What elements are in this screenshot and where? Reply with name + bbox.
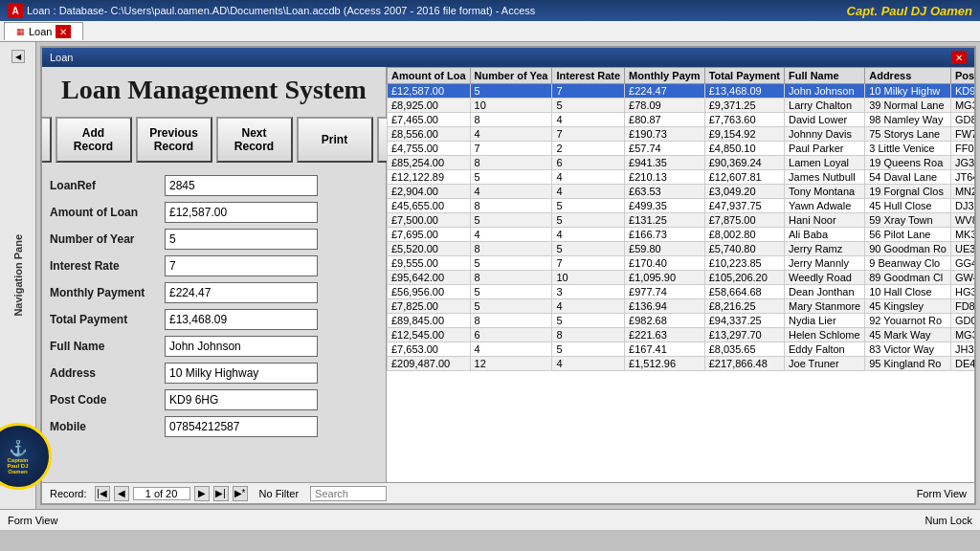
table-row[interactable]: £12,587.0057£224.47£13,468.09John Johnso… (388, 84, 975, 99)
table-cell: WV89WD (950, 213, 974, 228)
address-input[interactable] (165, 363, 318, 384)
table-cell: £7,465.00 (388, 113, 471, 127)
nav-pane-toggle[interactable]: ◀ (11, 50, 25, 63)
table-row[interactable]: £7,653.0045£167.41£8,035.65Eddy Falton83… (388, 342, 975, 357)
table-cell: £105,206.20 (704, 271, 784, 285)
prev-record-nav-button[interactable]: ◀ (114, 486, 129, 501)
table-cell: £224.47 (625, 84, 705, 99)
loan-tab[interactable]: ▦ Loan ✕ (4, 22, 83, 40)
table-cell: Mary Stanmore (785, 299, 865, 314)
form-body: Loan Management System Save Record Add R… (42, 67, 974, 482)
table-cell: 4 (470, 228, 552, 242)
field-container: LoanRef Amount of Loan Number of Year (50, 174, 318, 442)
table-cell: JH33U (950, 342, 974, 357)
column-header: Total Payment (704, 68, 784, 84)
table-cell: FD85HH (950, 299, 974, 314)
table-row[interactable]: £209,487.00124£1,512.96£217,866.48Joe Tr… (388, 357, 975, 371)
table-row[interactable]: £9,555.0057£170.40£10,223.85Jerry Mannly… (388, 256, 975, 271)
table-cell: 8 (552, 328, 625, 342)
table-cell: £8,556.00 (388, 127, 471, 142)
table-cell: £12,545.00 (388, 328, 471, 342)
table-cell: 5 (470, 285, 552, 299)
table-row[interactable]: £7,825.0054£136.94£8,216.25Mary Stanmore… (388, 299, 975, 314)
amount-row: Amount of Loan (50, 201, 318, 224)
years-row: Number of Year (50, 228, 318, 251)
table-row[interactable]: £12,122.8954£210.13£12,607.81James Nutbu… (388, 170, 975, 185)
table-cell: 8 (470, 242, 552, 256)
table-cell: £9,154.92 (704, 127, 784, 142)
table-cell: 3 Little Venice (865, 142, 951, 156)
table-cell: Lamen Loyal (785, 156, 865, 170)
table-cell: £13,297.70 (704, 328, 784, 342)
years-input[interactable] (165, 229, 318, 250)
navigation-pane[interactable]: ◀ Navigation Pane ⚓ Captain Paul DJ Oame… (0, 42, 36, 509)
table-cell: 45 Hull Close (865, 199, 951, 213)
new-record-nav-button[interactable]: ▶* (233, 486, 248, 501)
next-record-nav-button[interactable]: ▶ (194, 486, 210, 501)
table-row[interactable]: £12,545.0068£221.63£13,297.70Helen Schlo… (388, 328, 975, 342)
table-row[interactable]: £2,904.0044£63.53£3,049.20Tony Montana19… (388, 185, 975, 199)
table-row[interactable]: £45,655.0085£499.35£47,937.75Yawn Adwale… (388, 199, 975, 213)
table-cell: £8,216.25 (704, 299, 784, 314)
table-row[interactable]: £95,642.00810£1,095.90£105,206.20Weedly … (388, 271, 975, 285)
filter-label: No Filter (259, 488, 300, 499)
table-cell: Jerry Ramz (785, 242, 865, 256)
address-row: Address (50, 362, 318, 385)
search-input[interactable] (310, 486, 387, 501)
table-cell: £2,904.00 (388, 185, 471, 199)
table-cell: 8 (470, 113, 552, 127)
postcode-label: Post Code (50, 393, 165, 407)
table-row[interactable]: £56,956.0053£977.74£58,664.68Dean Jontha… (388, 285, 975, 299)
mobile-input[interactable] (165, 416, 318, 437)
table-row[interactable]: £4,755.0072£57.74£4,850.10Paul Parker3 L… (388, 142, 975, 156)
nav-pane-label: Navigation Pane (12, 234, 24, 317)
total-input[interactable] (165, 309, 318, 330)
save-record-button[interactable]: Save Record (42, 117, 52, 163)
table-cell: £13,468.09 (704, 84, 784, 99)
table-row[interactable]: £85,254.0086£941.35£90,369.24Lamen Loyal… (388, 156, 975, 170)
column-header: Amount of Loa (388, 68, 471, 84)
first-record-button[interactable]: |◀ (95, 486, 110, 501)
table-cell: 75 Storys Lane (865, 127, 951, 142)
table-cell: £90,369.24 (704, 156, 784, 170)
table-row[interactable]: £8,925.00105£78.09£9,371.25Larry Chalton… (388, 99, 975, 113)
record-text: Record: (50, 488, 87, 499)
table-cell: Johnny Davis (785, 127, 865, 142)
table-cell: 5 (552, 242, 625, 256)
table-cell: 10 (470, 99, 552, 113)
table-cell: 7 (552, 127, 625, 142)
table-row[interactable]: £8,556.0047£190.73£9,154.92Johnny Davis7… (388, 127, 975, 142)
add-record-button[interactable]: Add Record (56, 117, 132, 163)
table-row[interactable]: £7,465.0084£80.87£7,763.60David Lower98 … (388, 113, 975, 127)
table-row[interactable]: £89,845.0085£982.68£94,337.25Nydia Lier9… (388, 314, 975, 328)
data-table-container[interactable]: Amount of LoaNumber of YeaInterest RateM… (387, 67, 974, 482)
table-cell: Larry Chalton (785, 99, 865, 113)
table-cell: DJ39JF (950, 199, 974, 213)
last-record-button[interactable]: ▶| (213, 486, 229, 501)
table-cell: £56,956.00 (388, 285, 471, 299)
table-cell: Yawn Adwale (785, 199, 865, 213)
table-cell: 8 (470, 199, 552, 213)
amount-input[interactable] (165, 202, 318, 223)
table-cell: 4 (552, 185, 625, 199)
fullname-input[interactable] (165, 336, 318, 357)
interest-input[interactable] (165, 255, 318, 276)
table-cell: £982.68 (625, 314, 705, 328)
next-record-button[interactable]: Next Record (216, 117, 293, 163)
monthly-input[interactable] (165, 282, 318, 303)
record-number-input[interactable] (133, 487, 190, 500)
table-row[interactable]: £5,520.0085£59.80£5,740.80Jerry Ramz90 G… (388, 242, 975, 256)
tab-close-button[interactable]: ✕ (56, 25, 71, 38)
table-cell: 6 (552, 156, 625, 170)
form-title-bar: Loan ✕ (42, 48, 974, 67)
print-button[interactable]: Print (297, 117, 373, 163)
loanref-input[interactable] (165, 175, 318, 196)
table-cell: 19 Forgnal Clos (865, 185, 951, 199)
table-cell: £80.87 (625, 113, 705, 127)
previous-record-button[interactable]: Previous Record (136, 117, 212, 163)
column-header: Post Code (950, 68, 974, 84)
table-row[interactable]: £7,695.0044£166.73£8,002.80Ali Baba56 Pi… (388, 228, 975, 242)
table-row[interactable]: £7,500.0055£131.25£7,875.00Hani Noor59 X… (388, 213, 975, 228)
postcode-input[interactable] (165, 389, 318, 410)
form-close-button[interactable]: ✕ (951, 51, 967, 64)
